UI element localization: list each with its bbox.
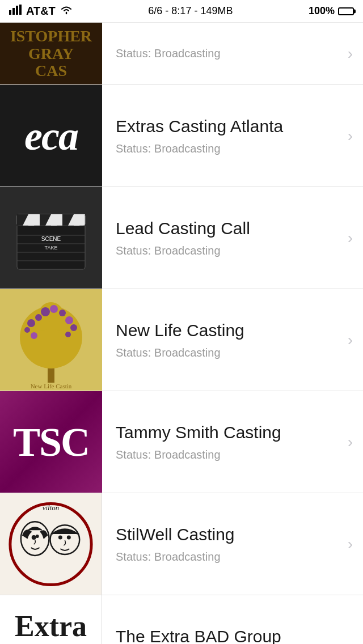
chevron-right-icon: › [348,535,353,553]
item-thumbnail: eca [0,85,102,187]
item-content: The Extra BAD Group Status: Broadcasting [102,595,363,644]
item-thumbnail: New Life Castin [0,289,102,391]
item-title: Extras Casting Atlanta [116,116,340,137]
svg-point-27 [35,314,42,321]
item-status: Status: Broadcasting [116,47,340,60]
svg-point-40 [32,535,36,540]
item-title: Lead Casting Call [116,218,340,239]
stilwell-logo-icon: vilton [0,493,102,595]
list-item[interactable]: ISTOPHERGRAYCAS Status: Broadcasting › [0,23,363,85]
item-content: New Life Casting Status: Broadcasting [102,289,363,391]
item-content: Status: Broadcasting [102,23,363,84]
carrier-label: AT&T [26,5,56,18]
chevron-right-icon: › [348,127,353,145]
signal-icon [9,5,22,18]
item-thumbnail: SCENE TAKE [0,187,102,289]
item-thumbnail: TSC [0,391,102,493]
status-bar-right: 100% [309,5,354,17]
svg-point-35 [24,327,30,333]
list-item[interactable]: eca Extras Casting Atlanta Status: Broad… [0,85,363,187]
thumbnail-logo: ISTOPHERGRAYCAS [6,23,96,84]
item-thumbnail: ISTOPHERGRAYCAS [0,23,102,85]
svg-point-41 [36,535,39,538]
svg-point-33 [65,332,71,337]
tree-icon: New Life Castin [0,289,102,391]
svg-rect-2 [16,6,18,15]
casting-list: ISTOPHERGRAYCAS Status: Broadcasting › e… [0,23,363,644]
thumbnail-logo: TSC [13,419,89,466]
svg-text:vilton: vilton [43,503,59,512]
status-bar-left: AT&T [9,5,73,18]
svg-rect-1 [12,8,15,15]
item-status: Status: Broadcasting [116,142,340,155]
svg-text:TAKE: TAKE [45,245,58,251]
item-content: Extras Casting Atlanta Status: Broadcast… [102,85,363,187]
status-bar: AT&T 6/6 - 8:17 - 149MB 100% [0,0,363,23]
svg-point-44 [67,536,71,540]
item-title: StilWell Casting [116,524,340,545]
list-item[interactable]: TSC Tammy Smith Casting Status: Broadcas… [0,391,363,493]
chevron-right-icon: › [348,433,353,451]
chevron-right-icon: › [348,331,353,349]
item-title: The Extra BAD Group [116,626,340,644]
item-title: New Life Casting [116,320,340,341]
svg-text:New Life Castin: New Life Castin [31,383,72,389]
chevron-right-icon: › [348,45,353,63]
chevron-right-icon: › [348,229,353,247]
list-item[interactable]: SCENE TAKE Lead Casting Call Status: Bro… [0,187,363,289]
item-content: StilWell Casting Status: Broadcasting [102,493,363,595]
item-title: Tammy Smith Casting [116,422,340,443]
list-item[interactable]: vilton StilWell Casting Status: Broadcas… [0,493,363,595]
list-item[interactable]: Extra Bad The Extra BAD Group Status: Br… [0,595,363,644]
item-status: Status: Broadcasting [116,448,340,461]
status-bar-center: 6/6 - 8:17 - 149MB [148,5,233,17]
item-thumbnail: Extra Bad [0,595,102,644]
svg-point-26 [27,319,35,327]
extra-logo-top: Extra [15,612,87,641]
chevron-right-icon: › [348,637,353,645]
svg-point-29 [50,305,58,313]
item-thumbnail: vilton [0,493,102,595]
item-status: Status: Broadcasting [116,550,340,564]
svg-point-43 [58,536,62,540]
list-item[interactable]: New Life Castin New Life Casting Status:… [0,289,363,391]
battery-icon [338,7,354,15]
svg-point-32 [70,324,77,331]
svg-text:SCENE: SCENE [41,236,61,242]
svg-point-30 [59,310,66,316]
svg-point-34 [31,332,37,339]
item-content: Lead Casting Call Status: Broadcasting [102,187,363,289]
battery-percent: 100% [309,5,335,17]
svg-rect-3 [19,5,22,15]
wifi-icon [60,5,73,18]
svg-rect-0 [9,10,11,15]
svg-point-28 [41,307,50,316]
thumbnail-logo: eca [24,113,78,160]
item-content: Tammy Smith Casting Status: Broadcasting [102,391,363,493]
svg-point-31 [65,316,73,324]
item-status: Status: Broadcasting [116,346,340,359]
clapperboard-icon: SCENE TAKE [11,204,91,272]
item-status: Status: Broadcasting [116,244,340,257]
